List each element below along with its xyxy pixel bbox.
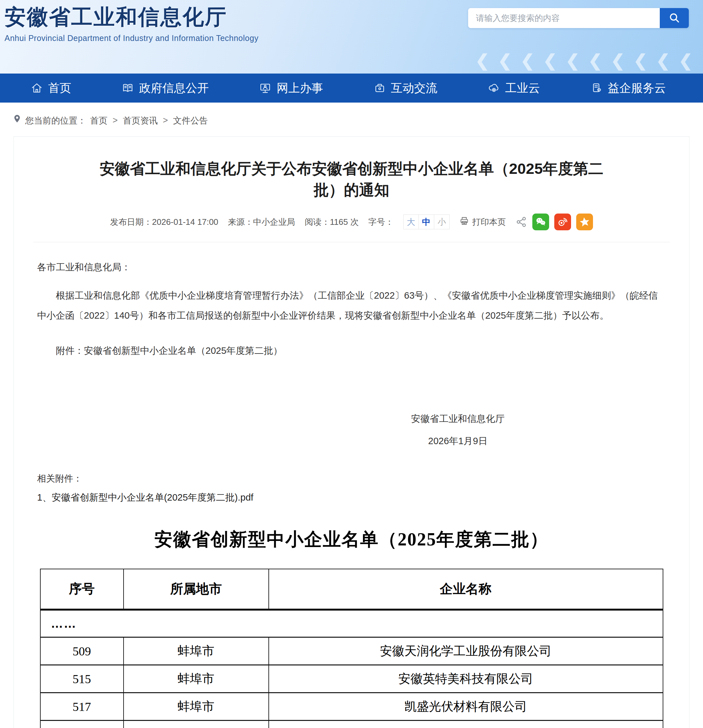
main-nav: 首页 政府信息公开 网上办事 互动交流	[0, 74, 703, 103]
breadcrumb-home[interactable]: 首页	[90, 115, 107, 126]
article-source: 来源：中小企业局	[228, 217, 295, 228]
breadcrumb: 您当前的位置： 首页 > 首页资讯 > 文件公告	[0, 103, 703, 136]
signature-block: 安徽省工业和信息化厅 2026年1月9日	[411, 408, 505, 452]
nav-item-enterprise-service[interactable]: 益企服务云	[590, 80, 666, 96]
nav-item-label: 互动交流	[391, 80, 437, 96]
wechat-share-icon[interactable]	[532, 214, 549, 230]
cell-seq: 515	[41, 665, 124, 693]
briefcase-icon	[373, 82, 386, 94]
home-icon	[30, 82, 43, 94]
breadcrumb-news[interactable]: 首页资讯	[123, 115, 158, 126]
nav-item-label: 网上办事	[276, 80, 323, 96]
cell-city: 蚌埠市	[124, 721, 269, 728]
site-logo: 安徽省工业和信息化厅 Anhui Provincial Department o…	[4, 3, 258, 43]
table-title: 安徽省创新型中小企业名单（2025年度第二批）	[37, 527, 666, 552]
salutation: 各市工业和信息化局：	[37, 258, 666, 276]
article-paragraph: 根据工业和信息化部《优质中小企业梯度培育管理暂行办法》（工信部企业〔2022〕6…	[37, 286, 666, 326]
header-city: 所属地市	[124, 569, 269, 610]
attachment-pdf-link[interactable]: 1、安徽省创新型中小企业名单(2025年度第二批).pdf	[37, 491, 253, 504]
site-subtitle: Anhui Provincial Department of Industry …	[4, 33, 258, 43]
location-pin-icon	[13, 114, 21, 127]
site-search	[468, 8, 689, 28]
breadcrumb-separator: >	[163, 116, 168, 126]
table-row-ellipsis: ……	[41, 610, 663, 637]
nav-item-label: 益企服务云	[608, 80, 666, 96]
font-size-medium-button[interactable]: 中	[419, 214, 434, 229]
cell-seq: 509	[41, 637, 124, 665]
open-book-icon	[122, 82, 134, 94]
search-icon	[668, 12, 680, 25]
font-size-label: 字号：	[369, 217, 393, 228]
cell-seq: 517	[41, 693, 124, 721]
article-meta: 发布日期：2026-01-14 17:00 来源：中小企业局 阅读：1165 次…	[37, 214, 666, 230]
nav-item-label: 工业云	[505, 80, 540, 96]
meta-divider	[33, 242, 670, 242]
favorite-star-icon[interactable]	[576, 214, 593, 230]
font-size-large-button[interactable]: 大	[403, 214, 419, 229]
cell-city: 蚌埠市	[124, 637, 269, 665]
cell-company: 安徽英特美科技有限公司	[269, 665, 663, 693]
enterprise-service-icon	[590, 82, 603, 94]
nav-item-home[interactable]: 首页	[30, 80, 71, 96]
article-card: 安徽省工业和信息化厅关于公布安徽省创新型中小企业名单（2025年度第二批）的通知…	[13, 136, 690, 728]
cell-company: 安徽天润化学工业股份有限公司	[269, 637, 663, 665]
share-icon[interactable]	[516, 216, 527, 228]
cell-company: 安徽中科米点传感器有限公司	[269, 721, 663, 728]
attachment-line: 附件：安徽省创新型中小企业名单（2025年度第二批）	[37, 341, 666, 360]
article-title: 安徽省工业和信息化厅关于公布安徽省创新型中小企业名单（2025年度第二批）的通知	[94, 158, 610, 201]
share-bar	[516, 214, 593, 230]
cell-city: 蚌埠市	[124, 693, 269, 721]
industry-cloud-icon	[488, 82, 500, 94]
nav-item-label: 政府信息公开	[139, 80, 209, 96]
table-row: 515 蚌埠市 安徽英特美科技有限公司	[41, 665, 663, 693]
header-company: 企业名称	[269, 569, 663, 610]
site-header: 安徽省工业和信息化厅 Anhui Provincial Department o…	[0, 0, 703, 74]
table-row: 512 蚌埠市 安徽中科米点传感器有限公司	[41, 721, 663, 728]
cell-city: 蚌埠市	[124, 665, 269, 693]
search-input[interactable]	[468, 8, 660, 28]
decorative-chevrons	[475, 51, 694, 70]
sign-date: 2026年1月9日	[411, 430, 505, 452]
print-label: 打印本页	[472, 217, 506, 228]
nav-item-online-service[interactable]: 网上办事	[259, 80, 323, 96]
font-size-switcher: 大 中 小	[403, 214, 450, 229]
table-row: 517 蚌埠市 凯盛光伏材料有限公司	[41, 693, 663, 721]
header-seq: 序号	[41, 569, 124, 610]
ellipsis-cell: ……	[41, 610, 663, 637]
nav-item-label: 首页	[48, 80, 71, 96]
related-attachments-label: 相关附件：	[37, 472, 666, 485]
font-size-small-button[interactable]: 小	[434, 214, 450, 229]
cell-seq: 512	[41, 721, 124, 728]
cell-company: 凯盛光伏材料有限公司	[269, 693, 663, 721]
table-row: 509 蚌埠市 安徽天润化学工业股份有限公司	[41, 637, 663, 665]
nav-item-gov-info[interactable]: 政府信息公开	[122, 80, 209, 96]
publish-date: 发布日期：2026-01-14 17:00	[110, 217, 218, 228]
table-header-row: 序号 所属地市 企业名称	[41, 569, 663, 610]
printer-icon	[459, 216, 469, 228]
breadcrumb-announcements[interactable]: 文件公告	[173, 115, 208, 126]
article-body: 各市工业和信息化局： 根据工业和信息化部《优质中小企业梯度培育管理暂行办法》（工…	[37, 258, 666, 504]
site-title: 安徽省工业和信息化厅	[4, 3, 258, 32]
breadcrumb-prefix: 您当前的位置：	[25, 115, 86, 126]
search-button[interactable]	[660, 8, 689, 28]
print-button[interactable]: 打印本页	[459, 216, 506, 228]
nav-item-industry-cloud[interactable]: 工业云	[488, 80, 540, 96]
breadcrumb-separator: >	[113, 116, 118, 126]
weibo-share-icon[interactable]	[554, 214, 571, 230]
nav-item-interaction[interactable]: 互动交流	[373, 80, 437, 96]
company-table: 序号 所属地市 企业名称 …… 509 蚌埠市 安徽天润化学工业股份有限公司 5…	[40, 569, 663, 728]
online-service-monitor-icon	[259, 82, 271, 94]
signer-name: 安徽省工业和信息化厅	[411, 408, 505, 430]
view-count: 阅读：1165 次	[305, 217, 359, 228]
